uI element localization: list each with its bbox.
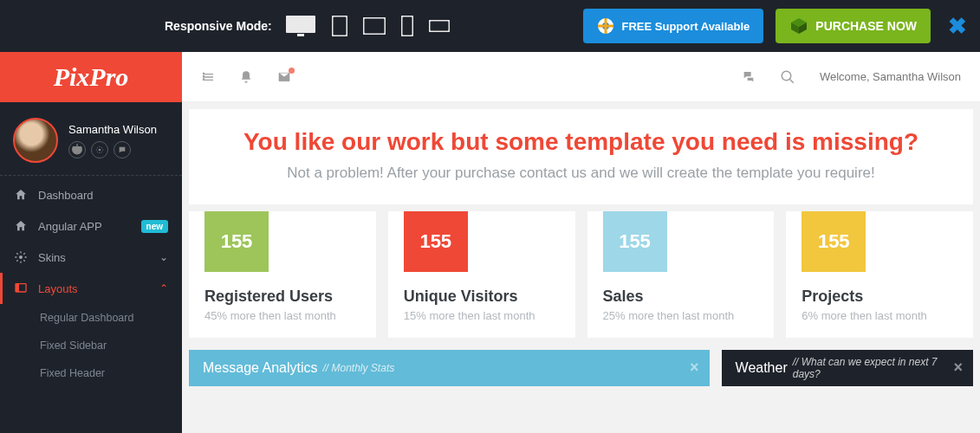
purchase-now-label: PURCHASE NOW: [815, 19, 917, 33]
phone-portrait-icon[interactable]: [401, 16, 413, 36]
stat-sub: 15% more then last month: [404, 309, 560, 322]
gear-icon[interactable]: [91, 141, 108, 158]
svg-rect-11: [16, 284, 19, 292]
desktop-icon[interactable]: [285, 15, 316, 37]
panel-close-icon[interactable]: ×: [690, 359, 699, 377]
panel-title: Weather: [736, 360, 788, 376]
mail-icon[interactable]: [277, 70, 291, 84]
stat-value: 155: [802, 211, 866, 272]
layout-icon: [14, 281, 28, 295]
comments-icon[interactable]: [742, 70, 756, 84]
svg-rect-5: [429, 21, 449, 32]
panel-title: Message Analytics: [203, 360, 318, 376]
stat-title: Unique Visitors: [404, 288, 560, 306]
topbar: Welcome, Samantha Wilson: [182, 52, 980, 102]
demo-bar: Responsive Mode: FREE Support Available …: [0, 0, 980, 52]
responsive-mode-icons: [285, 15, 450, 37]
stat-sub: 45% more then last month: [204, 309, 360, 322]
sidebar-item-label: Angular APP: [38, 220, 131, 233]
sidebar: PixPro Samantha Wilson Dashboard Angular…: [0, 52, 182, 433]
sidebar-item-label: Dashboard: [38, 189, 168, 202]
tablet-portrait-icon[interactable]: [332, 16, 347, 36]
package-icon: [789, 17, 808, 35]
svg-point-8: [99, 148, 101, 151]
life-ring-icon: [597, 17, 614, 35]
panels-row: Message Analytics // Monthly Stats × Wea…: [182, 338, 980, 386]
sidebar-sub-label: Regular Dashboard: [40, 312, 133, 324]
panel-message-analytics[interactable]: Message Analytics // Monthly Stats ×: [189, 350, 710, 386]
stat-title: Registered Users: [204, 288, 360, 306]
stat-sub: 6% more then last month: [802, 309, 957, 322]
app-frame: PixPro Samantha Wilson Dashboard Angular…: [0, 52, 980, 433]
chevron-down-icon: ⌄: [159, 251, 168, 263]
sidebar-item-skins[interactable]: Skins ⌄: [0, 242, 182, 273]
panel-subtitle: // What can we expect in next 7 days?: [793, 356, 959, 380]
sidebar-item-angular-app[interactable]: Angular APP new: [0, 210, 182, 242]
phone-landscape-icon[interactable]: [429, 20, 450, 32]
stat-card-registered-users[interactable]: 155 Registered Users 45% more then last …: [189, 211, 376, 338]
promo-banner: You like our work but some template you …: [189, 109, 973, 204]
close-bar-icon[interactable]: ✖: [948, 13, 967, 40]
stat-value: 155: [603, 211, 667, 272]
logo-block[interactable]: PixPro: [0, 52, 182, 102]
sidebar-divider: [0, 175, 182, 176]
menu-toggle-icon[interactable]: [201, 70, 215, 84]
free-support-button[interactable]: FREE Support Available: [583, 9, 763, 43]
purchase-now-button[interactable]: PURCHASE NOW: [776, 9, 931, 43]
sidebar-sub-fixed-sidebar[interactable]: Fixed Sidebar: [0, 332, 182, 359]
stat-card-projects[interactable]: 155 Projects 6% more then last month: [786, 211, 973, 338]
sidebar-item-layouts[interactable]: Layouts ⌃: [0, 273, 182, 304]
banner-headline: You like our work but some template you …: [206, 128, 956, 156]
svg-rect-4: [401, 16, 412, 36]
panel-close-icon[interactable]: ×: [953, 359, 963, 377]
free-support-label: FREE Support Available: [621, 20, 750, 33]
responsive-mode-label: Responsive Mode:: [165, 19, 272, 33]
stat-sub: 25% more then last month: [603, 309, 759, 322]
sidebar-sub-label: Fixed Header: [40, 367, 105, 379]
stat-value: 155: [404, 211, 468, 272]
svg-point-9: [19, 255, 23, 259]
chat-icon[interactable]: [114, 141, 131, 158]
sidebar-item-dashboard[interactable]: Dashboard: [0, 179, 182, 210]
panel-subtitle: // Monthly Stats: [323, 362, 395, 374]
chevron-up-icon: ⌃: [159, 282, 168, 294]
welcome-text[interactable]: Welcome, Samantha Wilson: [820, 70, 961, 83]
stat-card-unique-visitors[interactable]: 155 Unique Visitors 15% more then last m…: [388, 211, 575, 338]
home-icon: [14, 219, 28, 233]
stat-title: Sales: [603, 288, 759, 306]
brand-logo: PixPro: [54, 62, 129, 92]
sidebar-sub-regular-dashboard[interactable]: Regular Dashboard: [0, 304, 182, 332]
svg-point-12: [782, 71, 791, 81]
sidebar-sub-label: Fixed Sidebar: [40, 339, 107, 352]
gear-icon: [14, 250, 28, 264]
svg-rect-0: [286, 16, 315, 33]
stats-row: 155 Registered Users 45% more then last …: [182, 211, 980, 338]
tablet-landscape-icon[interactable]: [363, 17, 386, 35]
main-area: Welcome, Samantha Wilson You like our wo…: [182, 52, 980, 433]
bell-icon[interactable]: [239, 70, 253, 84]
svg-rect-2: [332, 16, 347, 36]
banner-subhead: Not a problem! After your purchase conta…: [206, 165, 956, 182]
search-icon[interactable]: [780, 69, 795, 85]
stat-title: Projects: [802, 288, 957, 306]
stat-value: 155: [204, 211, 269, 272]
profile-block: Samantha Wilson: [0, 102, 182, 175]
stat-card-sales[interactable]: 155 Sales 25% more then last month: [587, 211, 775, 338]
sidebar-item-label: Layouts: [38, 282, 149, 295]
avatar[interactable]: [13, 118, 58, 163]
svg-rect-3: [363, 18, 385, 35]
panel-weather[interactable]: Weather // What can we expect in next 7 …: [722, 350, 973, 386]
home-icon: [14, 188, 28, 202]
power-icon[interactable]: [68, 141, 86, 158]
new-badge: new: [141, 220, 168, 233]
sidebar-sub-fixed-header[interactable]: Fixed Header: [0, 359, 182, 387]
sidebar-item-label: Skins: [38, 251, 149, 264]
notification-dot: [289, 68, 295, 74]
user-name: Samantha Wilson: [68, 123, 157, 136]
svg-rect-1: [297, 34, 304, 36]
